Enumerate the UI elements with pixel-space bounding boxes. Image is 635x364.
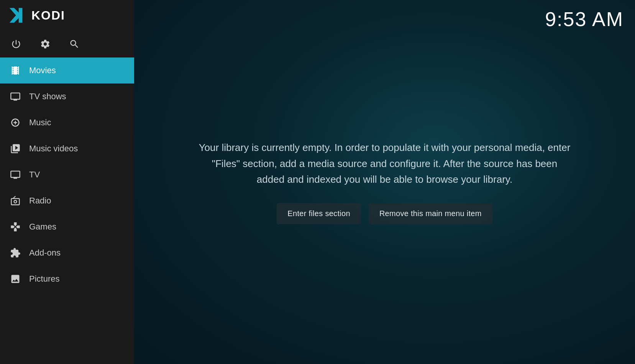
add-ons-label: Add-ons (29, 248, 61, 258)
kodi-logo-icon (8, 6, 26, 25)
remove-menu-item-button[interactable]: Remove this main menu item (369, 203, 492, 224)
app-header: KODI (0, 0, 134, 31)
sidebar-item-radio[interactable]: Radio (0, 188, 134, 214)
tv-shows-label: TV shows (29, 92, 66, 102)
app-title: KODI (31, 8, 65, 23)
games-icon (9, 221, 21, 233)
tv-label: TV (29, 170, 40, 180)
clock-display: 9:53 AM (545, 8, 624, 31)
library-empty-message: Your library is currently empty. In orde… (184, 125, 586, 239)
search-icon[interactable] (67, 37, 81, 51)
sidebar: KODI M (0, 0, 134, 364)
pictures-label: Pictures (29, 274, 59, 284)
music-videos-icon (9, 143, 21, 155)
sidebar-top-icons (0, 31, 134, 57)
sidebar-item-pictures[interactable]: Pictures (0, 266, 134, 292)
radio-icon (9, 195, 21, 207)
sidebar-item-tv-shows[interactable]: TV shows (0, 84, 134, 110)
movies-label: Movies (29, 66, 56, 75)
movies-icon (9, 64, 21, 77)
addons-icon (9, 247, 21, 259)
music-videos-label: Music videos (29, 144, 78, 154)
music-label: Music (29, 118, 51, 128)
main-nav: Movies TV shows Music (0, 57, 134, 364)
sidebar-item-add-ons[interactable]: Add-ons (0, 240, 134, 266)
settings-icon[interactable] (38, 37, 52, 51)
sidebar-item-music-videos[interactable]: Music videos (0, 136, 134, 162)
radio-label: Radio (29, 196, 51, 206)
sidebar-item-tv[interactable]: TV (0, 162, 134, 188)
svg-marker-0 (10, 8, 23, 23)
library-message-text: Your library is currently empty. In orde… (199, 140, 571, 188)
library-action-buttons: Enter files section Remove this main men… (199, 203, 571, 224)
main-content: 9:53 AM Your library is currently empty.… (134, 0, 635, 364)
music-icon (9, 116, 21, 129)
tv-icon (9, 169, 21, 181)
sidebar-item-music[interactable]: Music (0, 110, 134, 136)
tv-shows-icon (9, 90, 21, 103)
enter-files-section-button[interactable]: Enter files section (277, 203, 361, 224)
games-label: Games (29, 222, 56, 232)
sidebar-item-games[interactable]: Games (0, 214, 134, 240)
pictures-icon (9, 273, 21, 285)
sidebar-item-movies[interactable]: Movies (0, 57, 134, 84)
power-icon[interactable] (9, 37, 23, 51)
